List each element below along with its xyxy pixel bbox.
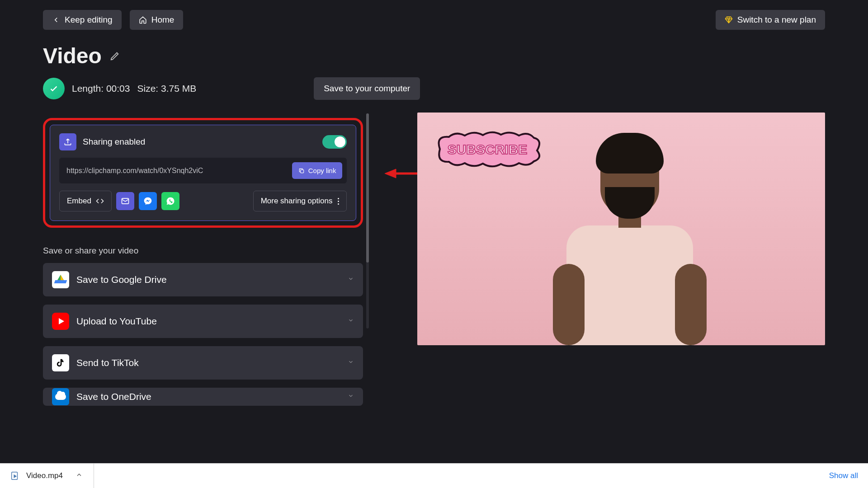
arrow-left-icon	[52, 16, 60, 24]
sharing-title: Sharing enabled	[83, 137, 145, 147]
keep-editing-button[interactable]: Keep editing	[43, 10, 122, 30]
youtube-icon	[52, 313, 69, 330]
dest-label: Save to Google Drive	[76, 274, 167, 285]
chevron-down-icon	[348, 359, 354, 367]
home-label: Home	[151, 15, 175, 25]
onedrive-icon	[52, 388, 69, 405]
chevron-down-icon	[348, 276, 354, 284]
share-icon	[59, 133, 76, 150]
code-icon	[96, 197, 104, 205]
scrollbar-track[interactable]	[366, 113, 369, 328]
mail-icon	[121, 197, 130, 206]
messenger-icon	[143, 197, 152, 206]
dest-label: Upload to YouTube	[76, 316, 157, 327]
switch-plan-button[interactable]: Switch to a new plan	[716, 10, 825, 30]
copy-link-label: Copy link	[308, 167, 336, 174]
share-email-button[interactable]	[116, 192, 134, 210]
size-label: Size: 3.75 MB	[137, 83, 196, 94]
download-menu-icon[interactable]	[75, 471, 83, 481]
share-url[interactable]: https://clipchamp.com/watch/0xYSnqh2viC	[66, 167, 288, 175]
home-button[interactable]: Home	[130, 10, 184, 30]
kebab-icon	[338, 198, 339, 205]
chevron-down-icon	[348, 317, 354, 325]
switch-plan-label: Switch to a new plan	[737, 15, 816, 25]
tiktok-icon	[52, 354, 69, 371]
sharing-toggle[interactable]	[322, 135, 347, 149]
toggle-knob	[335, 136, 345, 147]
save-to-computer-button[interactable]: Save to your computer	[314, 77, 420, 100]
dest-google-drive[interactable]: Save to Google Drive	[43, 263, 363, 296]
google-drive-icon	[52, 271, 69, 288]
file-video-icon	[10, 471, 20, 481]
downloads-bar: Video.mp4 Show all	[0, 463, 868, 488]
person-illustration	[539, 124, 720, 345]
share-whatsapp-button[interactable]	[161, 192, 179, 210]
share-messenger-button[interactable]	[139, 192, 157, 210]
more-sharing-label: More sharing options	[261, 197, 333, 206]
content-wrap: Sharing enabled https://clipchamp.com/wa…	[0, 100, 868, 406]
dest-youtube[interactable]: Upload to YouTube	[43, 305, 363, 338]
share-link-row: https://clipchamp.com/watch/0xYSnqh2viC …	[59, 158, 347, 183]
edit-title-icon[interactable]	[110, 51, 120, 61]
show-all-link[interactable]: Show all	[829, 471, 858, 480]
dest-label: Send to TikTok	[76, 357, 139, 368]
embed-label: Embed	[67, 197, 91, 206]
download-filename: Video.mp4	[26, 471, 63, 480]
dest-tiktok[interactable]: Send to TikTok	[43, 346, 363, 380]
embed-button[interactable]: Embed	[59, 191, 112, 211]
chevron-down-icon	[348, 393, 354, 401]
svg-marker-3	[385, 169, 396, 178]
annotation-callout: Sharing enabled https://clipchamp.com/wa…	[43, 118, 363, 228]
sharing-header: Sharing enabled	[59, 133, 347, 150]
meta-row: Length: 00:03 Size: 3.75 MB Save to your…	[0, 68, 868, 100]
scrollbar-thumb[interactable]	[366, 113, 369, 263]
home-icon	[139, 16, 147, 24]
copy-link-button[interactable]: Copy link	[292, 162, 343, 179]
right-column: SUBSCRIBE	[417, 113, 825, 406]
dest-onedrive[interactable]: Save to OneDrive	[43, 388, 363, 406]
topbar-left: Keep editing Home	[43, 10, 183, 30]
diamond-icon	[725, 16, 733, 24]
top-bar: Keep editing Home Switch to a new plan	[0, 0, 868, 30]
more-sharing-button[interactable]: More sharing options	[253, 191, 347, 211]
status-check-icon	[43, 78, 65, 99]
whatsapp-icon	[166, 197, 175, 206]
save-share-section-label: Save or share your video	[43, 246, 363, 256]
copy-icon	[298, 168, 305, 174]
subscribe-badge: SUBSCRIBE	[431, 129, 544, 171]
svg-text:SUBSCRIBE: SUBSCRIBE	[448, 142, 528, 157]
keep-editing-label: Keep editing	[65, 15, 113, 25]
page-title: Video	[43, 43, 102, 68]
title-row: Video	[0, 30, 868, 68]
length-label: Length: 00:03	[72, 83, 130, 94]
dest-label: Save to OneDrive	[76, 391, 151, 402]
left-column: Sharing enabled https://clipchamp.com/wa…	[43, 113, 363, 406]
share-actions: Embed More sharing options	[59, 191, 347, 211]
svg-rect-0	[300, 169, 303, 173]
download-item[interactable]: Video.mp4	[10, 464, 94, 488]
video-preview[interactable]: SUBSCRIBE	[417, 113, 825, 345]
save-to-computer-label: Save to your computer	[324, 84, 410, 94]
sharing-card: Sharing enabled https://clipchamp.com/wa…	[50, 125, 356, 221]
